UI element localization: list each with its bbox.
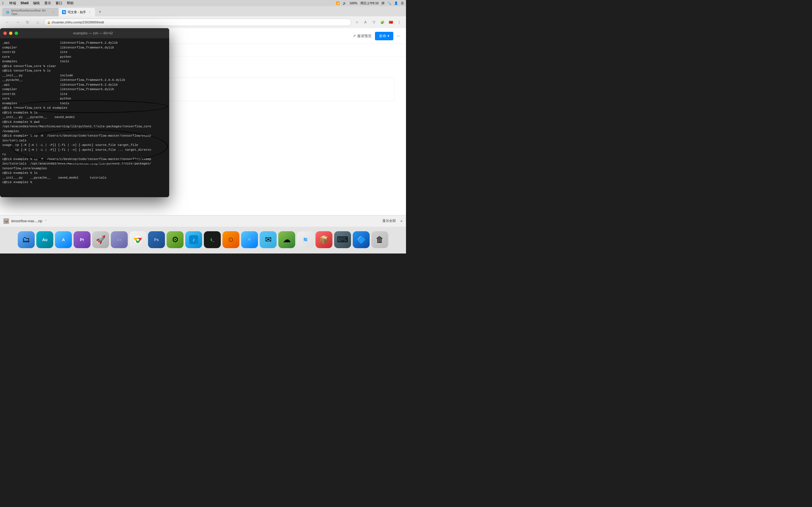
dock-item-ps[interactable]: Ps: [148, 231, 165, 248]
tab-zhihu-label: 写文章 - 知乎: [68, 10, 86, 14]
tab-zhihu-close[interactable]: ×: [88, 10, 92, 14]
dock: 🗂AuAPr🚀AePs⚙♪$_⬡⑂✉☁知📦⌨🔷🗑: [0, 226, 406, 253]
terminal-line: les/tutorials /opt/anaconda3/envs/Macchi…: [2, 161, 167, 166]
address-bar[interactable]: 🔒 zhuanlan.zhihu.com/p/239298959/edit: [44, 18, 351, 26]
dock-item-cloudup[interactable]: ☁: [278, 231, 295, 248]
apple-menu[interactable]: : [2, 1, 4, 5]
dock-item-trash[interactable]: 🗑: [371, 231, 388, 248]
shield-button[interactable]: ▽: [370, 19, 377, 25]
new-tab-button[interactable]: +: [96, 8, 104, 16]
download-file-icon: 📦: [3, 218, 9, 224]
dock-item-finder[interactable]: 🗂: [18, 231, 35, 248]
menu-shell[interactable]: Shell: [20, 1, 29, 5]
dock-item-rocket[interactable]: 🚀: [92, 231, 109, 248]
menu-terminal[interactable]: 终端: [9, 1, 16, 6]
terminal-titlebar: examples — zsh — 80×42: [0, 28, 169, 38]
terminal-line: _api libtensorflow_framework.2.dylib: [2, 41, 167, 45]
dock-item-premiere[interactable]: Pr: [73, 231, 91, 248]
preview-icon: ↗: [353, 34, 356, 38]
dock-item-keyboard[interactable]: ⌨: [334, 231, 351, 248]
terminal-line: cp [-R [-H | -L | -P]] [-fi | -n] [-apvX…: [2, 148, 167, 152]
terminal-line: compiler libtensorflow_framework.dylib: [2, 87, 167, 92]
terminal-close-button[interactable]: [3, 32, 7, 35]
browser-chrome: 🌐 tensorflow/tensorflow: An Ope... × 知 写…: [0, 6, 406, 28]
dock-item-sth[interactable]: 📦: [315, 231, 333, 248]
forward-button[interactable]: →: [13, 18, 21, 26]
terminal-line: core python: [2, 96, 167, 101]
dock-item-audition[interactable]: Au: [36, 231, 53, 248]
dock-item-appstore[interactable]: A: [55, 231, 72, 248]
terminal-line: contrib lite: [2, 50, 167, 55]
dock-item-outline[interactable]: ⬡: [222, 231, 239, 248]
preview-button[interactable]: ↗ 邀请预览: [353, 34, 371, 39]
terminal-line: examples tools: [2, 59, 167, 64]
reader-mode-button[interactable]: A: [362, 19, 369, 25]
bookmark-star-button[interactable]: ☆: [354, 19, 360, 25]
terminal-line: usage: cp [-R [-H | -L | -P]] [-fi | -n]…: [2, 143, 167, 148]
download-chevron-icon[interactable]: ⌃: [45, 219, 47, 223]
back-button[interactable]: ←: [3, 18, 11, 26]
terminal-line: /opt/anaconda3/envs/MacchineLearning/lib…: [2, 124, 167, 129]
input-method: 拼: [382, 1, 385, 5]
terminal-line: __init__.py include: [2, 73, 167, 78]
terminal-line: c@CLG examples % cp -R /Users/c/Desktop/…: [2, 133, 167, 138]
tab-zhihu[interactable]: 知 写文章 - 知乎 ×: [59, 8, 95, 16]
extensions-button[interactable]: 🧩: [379, 19, 386, 25]
terminal-line: examples tools: [2, 101, 167, 106]
battery-status: 100%: [349, 1, 357, 5]
more-options-button[interactable]: ···: [397, 34, 400, 39]
terminal-line: c@CLG examples %: [2, 180, 167, 185]
terminal-line: c@CLG examples % pwd: [2, 120, 167, 124]
profile-button[interactable]: 🇨🇳: [388, 19, 394, 25]
dock-item-terminal[interactable]: $_: [204, 231, 221, 248]
terminal-line: c@CLG examples % cp -R /Users/c/Desktop/…: [2, 157, 167, 162]
dock-item-fork[interactable]: ⑂: [241, 231, 258, 248]
volume-icon: 🔊: [343, 1, 347, 5]
preview-label: 邀请预览: [357, 34, 371, 39]
svg-point-3: [137, 238, 139, 241]
tab-tensorflow[interactable]: 🌐 tensorflow/tensorflow: An Ope... ×: [2, 8, 59, 16]
dock-item-airmail[interactable]: ✉: [260, 231, 276, 248]
terminal-line: tensorflow_core/examples: [2, 166, 167, 171]
dock-item-sth2[interactable]: 🔷: [353, 231, 370, 248]
tab-tensorflow-close[interactable]: ×: [51, 10, 55, 14]
terminal-line: ry: [2, 152, 167, 157]
dock-item-chrome[interactable]: [130, 231, 146, 248]
download-filename: tensorflow-mas....zip: [11, 219, 42, 223]
terminal-minimize-button[interactable]: [9, 32, 12, 35]
menu-edit[interactable]: 编辑: [33, 1, 40, 6]
terminal-window[interactable]: examples — zsh — 80×42 _api libtensorflo…: [0, 28, 169, 197]
browser-menu-button[interactable]: ⋮: [396, 19, 403, 25]
publish-button[interactable]: 发布 ▾: [375, 32, 393, 40]
menu-help[interactable]: 帮助: [67, 1, 73, 6]
download-close-button[interactable]: ×: [400, 219, 403, 223]
search-icon[interactable]: 🔍: [388, 1, 391, 5]
terminal-body[interactable]: _api libtensorflow_framework.2.dylibcomp…: [0, 38, 169, 197]
dock-item-simbl[interactable]: ⚙: [167, 231, 184, 248]
terminal-line: __pycache__ libtensorflow_framework.2.0.…: [2, 78, 167, 82]
dock-item-ae[interactable]: Ae: [111, 231, 128, 248]
browser-navbar: ← → ↻ ⌂ 🔒 zhuanlan.zhihu.com/p/239298959…: [0, 16, 406, 28]
ssl-lock-icon: 🔒: [47, 21, 50, 24]
terminal-maximize-button[interactable]: [15, 32, 18, 35]
publish-chevron-icon: ▾: [388, 34, 389, 38]
terminal-line: contrib lite: [2, 92, 167, 97]
terminal-line: compiler libtensorflow_framework.dylib: [2, 45, 167, 50]
terminal-line: /examples: [2, 129, 167, 134]
tab-tensorflow-label: tensorflow/tensorflow: An Ope...: [11, 9, 50, 15]
terminal-line: c@CLG tensorflow_core % ls: [2, 68, 167, 73]
reload-button[interactable]: ↻: [24, 18, 32, 26]
menu-view[interactable]: 显示: [44, 1, 51, 6]
terminal-line: core python: [2, 55, 167, 59]
terminal-line: __init__.py __pycache__ saved_model: [2, 115, 167, 120]
menu-extra-icon[interactable]: ☰: [401, 1, 404, 5]
show-all-downloads-button[interactable]: 显示全部: [382, 219, 396, 223]
profile-icon[interactable]: 👤: [394, 1, 398, 5]
terminal-line: c@CLG examples % ls: [2, 171, 167, 175]
dock-item-musescore[interactable]: ♪: [185, 231, 202, 248]
zhihu-header-right: ↗ 邀请预览 发布 ▾ ···: [353, 32, 400, 40]
dock-item-zhihu[interactable]: 知: [297, 231, 314, 248]
home-button[interactable]: ⌂: [34, 18, 42, 26]
menu-window[interactable]: 窗口: [56, 1, 62, 6]
download-bar: 📦 tensorflow-mas....zip ⌃ 显示全部 ×: [0, 215, 406, 226]
